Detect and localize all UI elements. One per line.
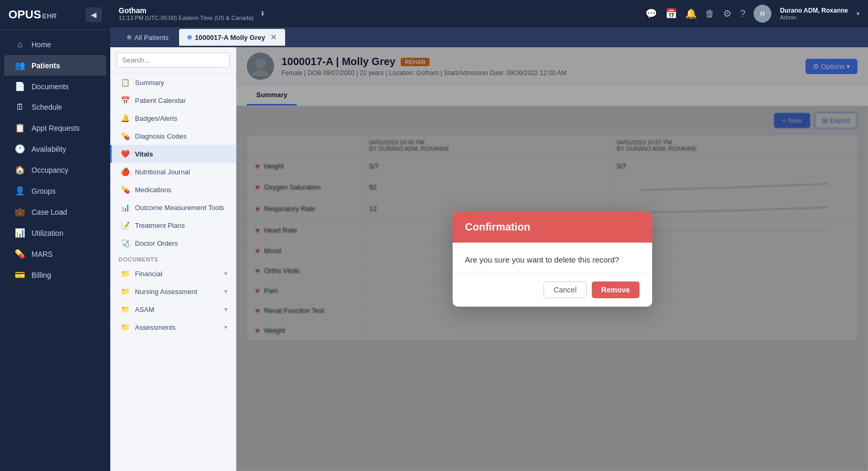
nav-label: Badges/Alerts xyxy=(135,114,227,122)
asam-chevron-icon: ▾ xyxy=(224,306,227,313)
nav-label: Nutritional Journal xyxy=(135,168,227,176)
sidebar-item-appt-requests[interactable]: 📋 Appt Requests xyxy=(4,118,106,138)
nav-assessments[interactable]: 📁 Assessments ▾ xyxy=(110,318,236,336)
sidebar-item-occupancy[interactable]: 🏠 Occupancy xyxy=(4,160,106,180)
nav-label: Doctor Orders xyxy=(135,239,227,247)
sidebar-item-availability[interactable]: 🕐 Availability xyxy=(4,139,106,159)
nav-outcome-tools[interactable]: 📊 Outcome Measurement Tools xyxy=(110,198,236,216)
search-box xyxy=(110,47,236,74)
location-dropdown-icon[interactable]: ⬇ xyxy=(260,10,265,17)
location-name: Gotham xyxy=(119,6,254,15)
nav-medications[interactable]: 💊 Medications xyxy=(110,181,236,198)
sidebar-item-utilization[interactable]: 📊 Utilization xyxy=(4,223,106,243)
asam-icon: 📁 xyxy=(120,305,130,313)
badges-icon: 🔔 xyxy=(120,114,130,122)
sidebar-item-groups[interactable]: 👤 Groups xyxy=(4,181,106,201)
nav-vitals[interactable]: ❤️ Vitals xyxy=(110,145,236,163)
content-area: 📋 Summary 📅 Patient Calendar 🔔 Badges/Al… xyxy=(110,47,868,471)
avatar: R xyxy=(754,5,771,23)
groups-icon: 👤 xyxy=(15,186,25,196)
nav-badges-alerts[interactable]: 🔔 Badges/Alerts xyxy=(110,109,236,127)
nav-label: Patient Calendar xyxy=(135,97,227,104)
mars-icon: 💊 xyxy=(15,249,25,259)
schedule-icon: 🗓 xyxy=(15,102,25,112)
sidebar-item-patients[interactable]: 👥 Patients xyxy=(4,55,106,76)
modal-title: Confirmation xyxy=(465,221,530,233)
search-input[interactable] xyxy=(117,53,229,68)
calendar-icon[interactable]: 📅 xyxy=(665,8,677,19)
nav-treatment-plans[interactable]: 📝 Treatment Plans xyxy=(110,216,236,234)
app-logo: OPUSEHR ◀ xyxy=(0,0,110,30)
patients-icon: 👥 xyxy=(15,60,25,70)
nav-nutritional-journal[interactable]: 🍎 Nutritional Journal xyxy=(110,163,236,181)
sidebar-item-label: Utilization xyxy=(32,229,64,237)
financial-icon: 📁 xyxy=(120,269,130,278)
calendar-nav-icon: 📅 xyxy=(120,96,130,104)
nav-label: Summary xyxy=(135,79,227,87)
nav-label: Treatment Plans xyxy=(135,222,227,229)
sidebar-item-label: Availability xyxy=(32,145,66,153)
outcome-icon: 📊 xyxy=(120,203,130,212)
documents-icon: 📄 xyxy=(15,81,25,91)
sidebar-item-mars[interactable]: 💊 MARS xyxy=(4,244,106,264)
bell-icon[interactable]: 🔔 xyxy=(685,8,697,19)
cancel-button[interactable]: Cancel xyxy=(543,281,587,298)
treatment-icon: 📝 xyxy=(120,221,130,229)
modal-overlay: Confirmation Are you sure you want to de… xyxy=(236,47,868,471)
nav-patient-calendar[interactable]: 📅 Patient Calendar xyxy=(110,91,236,109)
back-button[interactable]: ◀ xyxy=(86,7,102,22)
sidebar-item-documents[interactable]: 📄 Documents xyxy=(4,76,106,97)
patient-tab-dot xyxy=(187,35,192,39)
help-icon[interactable]: ? xyxy=(740,8,745,19)
settings-icon[interactable]: ⚙ xyxy=(723,8,731,19)
utilization-icon: 📊 xyxy=(15,228,25,238)
location-time: 11:13 PM (UTC-05:00) Eastern Time (US & … xyxy=(119,15,254,21)
tab-patient[interactable]: 1000017-A Molly Grey ✕ xyxy=(179,29,285,46)
modal-body: Are you sure you want to delete this rec… xyxy=(453,243,652,273)
left-panel: 📋 Summary 📅 Patient Calendar 🔔 Badges/Al… xyxy=(110,47,236,471)
tab-close-icon[interactable]: ✕ xyxy=(270,33,277,41)
home-icon: ⌂ xyxy=(15,40,25,49)
modal-header: Confirmation xyxy=(453,212,652,243)
topbar-actions: 💬 📅 🔔 🗑 ⚙ ? R Durano ADM, Roxanne Admin … xyxy=(645,5,860,23)
modal-footer: Cancel Remove xyxy=(453,273,652,307)
nav-label: ASAM xyxy=(135,306,219,313)
assessments-icon: 📁 xyxy=(120,323,130,331)
topbar: Gotham 11:13 PM (UTC-05:00) Eastern Time… xyxy=(110,0,868,27)
nav-nursing-assessment[interactable]: 📁 Nursing Assessment ▾ xyxy=(110,282,236,300)
sidebar-item-billing[interactable]: 💳 Billing xyxy=(4,265,106,285)
sidebar-item-label: MARS xyxy=(32,250,53,258)
all-patients-dot xyxy=(127,35,131,39)
nav-label: Medications xyxy=(135,186,227,194)
medications-icon: 💊 xyxy=(120,185,130,194)
sidebar-item-case-load[interactable]: 💼 Case Load xyxy=(4,202,106,222)
sidebar-item-label: Billing xyxy=(32,271,51,279)
user-dropdown-icon[interactable]: ▾ xyxy=(856,10,860,17)
occupancy-icon: 🏠 xyxy=(15,165,25,175)
sidebar-item-home[interactable]: ⌂ Home xyxy=(4,35,106,55)
nav-asam[interactable]: 📁 ASAM ▾ xyxy=(110,300,236,318)
nav-doctor-orders[interactable]: 🩺 Doctor Orders xyxy=(110,234,236,252)
right-content: 1000017-A | Molly Grey REHAB Female | DO… xyxy=(236,47,868,471)
doctor-orders-icon: 🩺 xyxy=(120,239,130,247)
nav-label: Financial xyxy=(135,270,219,278)
nav-financial[interactable]: 📁 Financial ▾ xyxy=(110,265,236,282)
sidebar-item-label: Appt Requests xyxy=(32,124,80,132)
case-load-icon: 💼 xyxy=(15,207,25,217)
chat-icon[interactable]: 💬 xyxy=(645,8,657,19)
location-info: Gotham 11:13 PM (UTC-05:00) Eastern Time… xyxy=(119,6,254,21)
nav-summary[interactable]: 📋 Summary xyxy=(110,74,236,91)
sidebar-item-label: Documents xyxy=(32,82,69,91)
sidebar: OPUSEHR ◀ ⌂ Home 👥 Patients 📄 Documents … xyxy=(0,0,110,471)
nav-diagnosis-codes[interactable]: 💊 Diagnosis Codes xyxy=(110,127,236,145)
sidebar-item-schedule[interactable]: 🗓 Schedule xyxy=(4,97,106,117)
trash-icon[interactable]: 🗑 xyxy=(705,8,715,19)
remove-button[interactable]: Remove xyxy=(592,281,639,298)
summary-icon: 📋 xyxy=(120,78,130,87)
main-area: Gotham 11:13 PM (UTC-05:00) Eastern Time… xyxy=(110,0,868,471)
tab-all-patients[interactable]: All Patients xyxy=(119,29,177,46)
sidebar-item-label: Groups xyxy=(32,187,56,195)
assessments-chevron-icon: ▾ xyxy=(224,323,227,331)
tab-label: 1000017-A Molly Grey xyxy=(195,34,265,41)
nursing-chevron-icon: ▾ xyxy=(224,288,227,295)
